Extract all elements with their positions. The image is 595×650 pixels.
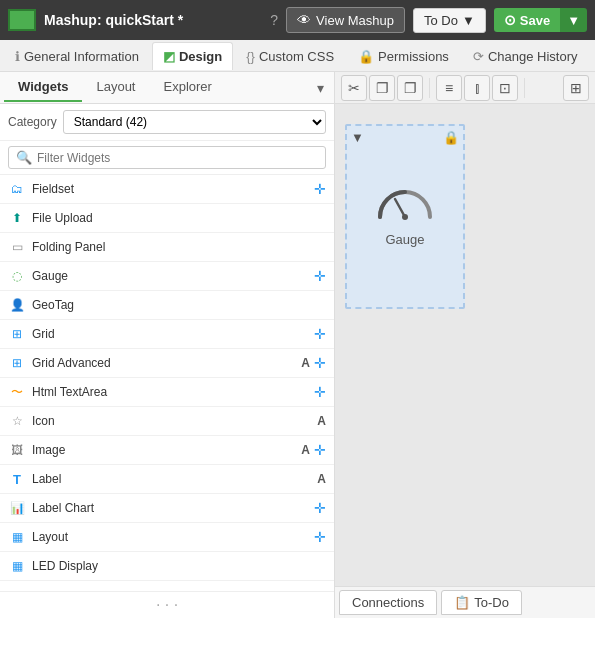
category-label: Category xyxy=(8,115,57,129)
label-icon: T xyxy=(8,470,26,488)
tab-explorer[interactable]: Explorer xyxy=(150,73,226,102)
layout-icon: ▦ xyxy=(8,528,26,546)
gauge-icon: ◌ xyxy=(8,267,26,285)
panel-tab-dropdown[interactable]: ▾ xyxy=(311,76,330,100)
list-item[interactable]: ◌ Gauge ✛ xyxy=(0,262,334,291)
list-item[interactable]: ⬆ File Upload xyxy=(0,204,334,233)
widget-name: Gauge xyxy=(32,269,310,283)
gauge-widget[interactable]: ▼ 🔒 Gauge xyxy=(345,124,465,309)
panel-dots: · · · xyxy=(0,591,334,618)
history-icon: ⟳ xyxy=(473,49,484,64)
list-item[interactable]: ⊞ Grid ✛ xyxy=(0,320,334,349)
list-item[interactable]: 👤 GeoTag xyxy=(0,291,334,320)
app-logo xyxy=(8,9,36,31)
image-icon: 🖼 xyxy=(8,441,26,459)
widget-name: Grid xyxy=(32,327,310,341)
svg-line-0 xyxy=(395,199,405,217)
save-group: ⊙ Save ▼ xyxy=(494,8,587,32)
canvas-toolbar: ✂ ❐ ❐ ≡ ⫿ ⊡ ⊞ xyxy=(335,72,595,104)
list-item[interactable]: 〜 Html TextArea ✛ xyxy=(0,378,334,407)
list-item[interactable]: ▦ Layout ✛ xyxy=(0,523,334,552)
copy-button[interactable]: ❐ xyxy=(369,75,395,101)
todo-tab-icon: 📋 xyxy=(454,595,470,610)
svg-point-1 xyxy=(402,214,408,220)
toolbar-separator xyxy=(524,78,525,98)
tab-general-information[interactable]: ℹ General Information xyxy=(4,42,150,70)
move-icon: ✛ xyxy=(314,355,326,371)
tab-change-history[interactable]: ⟳ Change History xyxy=(462,42,589,70)
center-button[interactable]: ⊡ xyxy=(492,75,518,101)
chevron-down-icon: ▼ xyxy=(462,13,475,28)
gauge-label: Gauge xyxy=(385,232,424,247)
text-icon: A xyxy=(317,472,326,486)
widget-name: Folding Panel xyxy=(32,240,326,254)
widget-list: 🗂 Fieldset ✛ ⬆ File Upload ▭ Folding Pan… xyxy=(0,175,334,591)
canvas-main[interactable]: ▼ 🔒 Gauge xyxy=(335,104,595,586)
tab-permissions[interactable]: 🔒 Permissions xyxy=(347,42,460,70)
lock-icon: 🔒 xyxy=(358,49,374,64)
grid-button[interactable]: ⊞ xyxy=(563,75,589,101)
filter-row: 🔍 xyxy=(0,141,334,175)
widget-name: Label Chart xyxy=(32,501,310,515)
todo-tab-label: To-Do xyxy=(474,595,509,610)
tab-connections[interactable]: Connections xyxy=(339,590,437,615)
save-button[interactable]: ⊙ Save xyxy=(494,8,560,32)
list-item[interactable]: 🖼 Image A ✛ xyxy=(0,436,334,465)
list-item[interactable]: ⊞ Grid Advanced A ✛ xyxy=(0,349,334,378)
canvas-area: ✂ ❐ ❐ ≡ ⫿ ⊡ ⊞ ▼ 🔒 xyxy=(335,72,595,618)
widget-name: File Upload xyxy=(32,211,326,225)
list-item[interactable]: ▭ Folding Panel xyxy=(0,233,334,262)
todo-label: To Do xyxy=(424,13,458,28)
cut-button[interactable]: ✂ xyxy=(341,75,367,101)
grid-icon: ⊞ xyxy=(8,325,26,343)
help-icon[interactable]: ? xyxy=(270,12,278,28)
text-icon: A xyxy=(317,414,326,428)
left-panel: Widgets Layout Explorer ▾ Category Stand… xyxy=(0,72,335,618)
bottom-tabs: Connections 📋 To-Do xyxy=(335,586,595,618)
tab-layout[interactable]: Layout xyxy=(82,73,149,102)
paste-button[interactable]: ❐ xyxy=(397,75,423,101)
app-title: Mashup: quickStart * xyxy=(44,12,262,28)
tab-custom-css[interactable]: {} Custom CSS xyxy=(235,42,345,70)
toolbar-separator xyxy=(429,78,430,98)
css-icon: {} xyxy=(246,49,255,64)
widget-name: Html TextArea xyxy=(32,385,310,399)
view-mashup-button[interactable]: 👁 View Mashup xyxy=(286,7,405,33)
list-item[interactable]: ☆ Icon A xyxy=(0,407,334,436)
widget-name: Fieldset xyxy=(32,182,310,196)
save-dropdown-button[interactable]: ▼ xyxy=(560,8,587,32)
move-icon: ✛ xyxy=(314,181,326,197)
tab-todo[interactable]: 📋 To-Do xyxy=(441,590,522,615)
info-icon: ℹ xyxy=(15,49,20,64)
folding-panel-icon: ▭ xyxy=(8,238,26,256)
list-item[interactable]: T Label A xyxy=(0,465,334,494)
align-v-button[interactable]: ⫿ xyxy=(464,75,490,101)
list-item[interactable]: 📊 Label Chart ✛ xyxy=(0,494,334,523)
todo-button[interactable]: To Do ▼ xyxy=(413,8,486,33)
widget-name: Icon xyxy=(32,414,315,428)
panel-tabs: Widgets Layout Explorer ▾ xyxy=(0,72,334,104)
move-icon: ✛ xyxy=(314,326,326,342)
category-row: Category Standard (42) xyxy=(0,104,334,141)
main-area: Widgets Layout Explorer ▾ Category Stand… xyxy=(0,72,595,618)
widget-name: Image xyxy=(32,443,299,457)
category-select[interactable]: Standard (42) xyxy=(63,110,326,134)
move-icon: ✛ xyxy=(314,442,326,458)
widget-lock-icon[interactable]: 🔒 xyxy=(443,130,459,145)
text-icon: A xyxy=(301,356,310,370)
icon-widget-icon: ☆ xyxy=(8,412,26,430)
tab-widgets[interactable]: Widgets xyxy=(4,73,82,102)
tab-design[interactable]: ◩ Design xyxy=(152,42,233,70)
list-item[interactable]: 🗂 Fieldset ✛ xyxy=(0,175,334,204)
geotag-icon: 👤 xyxy=(8,296,26,314)
save-icon: ⊙ xyxy=(504,12,516,28)
header: Mashup: quickStart * ? 👁 View Mashup To … xyxy=(0,0,595,40)
move-icon: ✛ xyxy=(314,500,326,516)
align-h-button[interactable]: ≡ xyxy=(436,75,462,101)
widget-expand-icon[interactable]: ▼ xyxy=(351,130,364,145)
list-item[interactable]: ▦ LED Display xyxy=(0,552,334,581)
grid-advanced-icon: ⊞ xyxy=(8,354,26,372)
filter-input[interactable] xyxy=(37,151,318,165)
move-icon: ✛ xyxy=(314,268,326,284)
gauge-svg xyxy=(375,187,435,222)
